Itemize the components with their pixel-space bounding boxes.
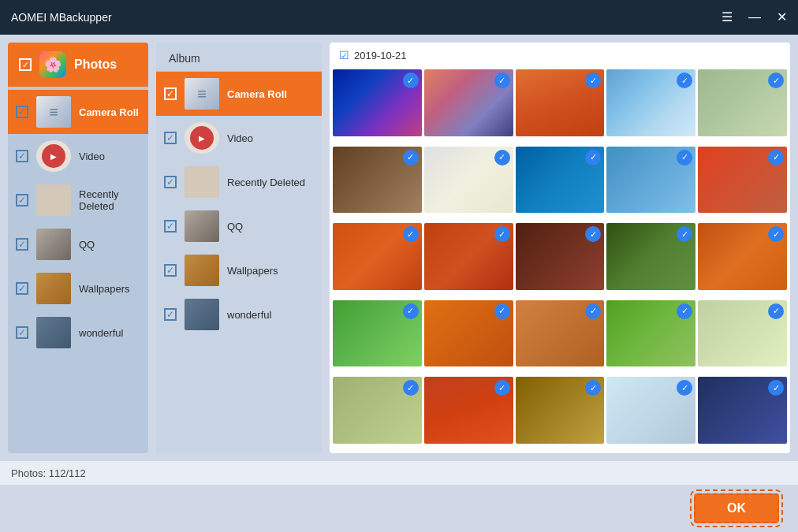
photo-check-9[interactable]: ✓: [677, 150, 692, 166]
photo-cell-16[interactable]: ✓: [333, 300, 422, 367]
photo-cell-6[interactable]: ✓: [333, 147, 422, 214]
photo-check-18[interactable]: ✓: [585, 303, 601, 319]
photo-check-20[interactable]: ✓: [768, 303, 784, 319]
app-title: AOMEI MBackupper: [11, 11, 722, 24]
qq-thumb: [36, 229, 71, 260]
photo-cell-8[interactable]: ✓: [516, 147, 605, 214]
camera-roll-label: Camera Roll: [79, 106, 139, 118]
sidebar-header: ✓ 🌸 Photos: [8, 43, 148, 87]
wonderful-checkbox[interactable]: ✓: [16, 326, 28, 339]
album-item-video[interactable]: ✓ ▶ Video: [156, 116, 322, 160]
photo-check-4[interactable]: ✓: [677, 73, 692, 88]
photo-check-13[interactable]: ✓: [585, 226, 601, 242]
photo-check-7[interactable]: ✓: [494, 150, 510, 166]
album-item-wonderful[interactable]: ✓ wonderful: [156, 292, 322, 337]
photo-cell-19[interactable]: ✓: [606, 300, 695, 367]
photo-check-14[interactable]: ✓: [677, 226, 692, 242]
minimize-icon[interactable]: —: [748, 11, 761, 24]
album-item-wallpapers[interactable]: ✓ Wallpapers: [156, 248, 322, 292]
album-wallpapers-checkbox[interactable]: ✓: [164, 264, 177, 277]
album-video-checkbox[interactable]: ✓: [164, 132, 177, 144]
photo-check-1[interactable]: ✓: [403, 73, 419, 88]
close-icon[interactable]: ✕: [777, 11, 787, 24]
photo-cell-11[interactable]: ✓: [333, 223, 422, 290]
album-item-camera-roll[interactable]: ✓ Camera Roll: [156, 72, 322, 116]
photo-check-8[interactable]: ✓: [585, 150, 601, 166]
sidebar-item-video[interactable]: ✓ ▶ Video: [8, 134, 148, 178]
photo-check-2[interactable]: ✓: [494, 73, 510, 88]
menu-icon[interactable]: ☰: [722, 11, 733, 24]
photo-cell-18[interactable]: ✓: [516, 300, 605, 367]
ok-button[interactable]: OK: [694, 493, 779, 523]
photo-cell-12[interactable]: ✓: [424, 223, 513, 290]
photo-cell-21[interactable]: ✓: [333, 377, 422, 444]
photo-check-6[interactable]: ✓: [403, 150, 419, 166]
album-recently-deleted-checkbox[interactable]: ✓: [164, 176, 177, 188]
sidebar-item-recently-deleted[interactable]: ✓ Recently Deleted: [8, 178, 148, 222]
photo-check-12[interactable]: ✓: [494, 226, 510, 242]
album-wallpapers-label: Wallpapers: [227, 265, 278, 277]
photo-check-10[interactable]: ✓: [768, 150, 784, 166]
photo-check-15[interactable]: ✓: [768, 226, 784, 242]
sidebar-header-label: Photos: [74, 58, 117, 72]
album-camera-roll-thumb: [185, 78, 219, 110]
photo-check-11[interactable]: ✓: [403, 226, 419, 242]
album-qq-checkbox[interactable]: ✓: [164, 220, 177, 233]
window-controls: ☰ — ✕: [722, 11, 787, 24]
date-checkbox[interactable]: ☑: [339, 49, 349, 61]
video-checkbox[interactable]: ✓: [16, 150, 28, 162]
album-camera-roll-checkbox[interactable]: ✓: [164, 87, 177, 100]
wonderful-label: wonderful: [79, 327, 123, 339]
sidebar-item-wonderful[interactable]: ✓ wonderful: [8, 311, 148, 355]
album-wonderful-label: wonderful: [227, 309, 271, 321]
wonderful-thumb: [36, 317, 71, 348]
photo-check-19[interactable]: ✓: [677, 303, 692, 319]
photo-check-24[interactable]: ✓: [677, 380, 692, 396]
photo-cell-14[interactable]: ✓: [606, 223, 695, 290]
photo-cell-13[interactable]: ✓: [516, 223, 605, 290]
date-label: 2019-10-21: [354, 50, 407, 61]
photo-cell-3[interactable]: ✓: [516, 69, 605, 136]
photo-check-5[interactable]: ✓: [768, 73, 784, 88]
photo-cell-4[interactable]: ✓: [606, 69, 695, 136]
camera-roll-thumb: [36, 96, 71, 128]
photo-grid: ✓ ✓ ✓ ✓ ✓ ✓ ✓ ✓: [330, 68, 790, 453]
sidebar: ✓ 🌸 Photos ✓ Camera Roll ✓ ▶: [8, 43, 148, 453]
photo-cell-20[interactable]: ✓: [698, 300, 787, 367]
photo-check-23[interactable]: ✓: [585, 380, 601, 396]
photo-check-21[interactable]: ✓: [403, 380, 419, 396]
album-item-qq[interactable]: ✓ QQ: [156, 204, 322, 248]
photo-cell-7[interactable]: ✓: [424, 147, 513, 214]
qq-label: QQ: [79, 239, 95, 251]
photos-checkbox[interactable]: ✓: [19, 58, 32, 71]
qq-checkbox[interactable]: ✓: [16, 238, 28, 251]
album-video-label: Video: [227, 132, 253, 144]
album-wonderful-checkbox[interactable]: ✓: [164, 308, 177, 321]
photo-cell-2[interactable]: ✓: [424, 69, 513, 136]
photo-check-16[interactable]: ✓: [403, 303, 419, 319]
photo-cell-24[interactable]: ✓: [606, 377, 695, 444]
photo-check-17[interactable]: ✓: [494, 303, 510, 319]
photo-check-22[interactable]: ✓: [494, 380, 510, 396]
photo-cell-17[interactable]: ✓: [424, 300, 513, 367]
photo-cell-5[interactable]: ✓: [698, 69, 787, 136]
camera-roll-checkbox[interactable]: ✓: [16, 106, 28, 118]
album-item-recently-deleted[interactable]: ✓ Recently Deleted: [156, 160, 322, 204]
recently-deleted-checkbox[interactable]: ✓: [16, 194, 28, 206]
photo-cell-15[interactable]: ✓: [698, 223, 787, 290]
sidebar-item-camera-roll[interactable]: ✓ Camera Roll: [8, 90, 148, 134]
album-panel: Album ✓ Camera Roll ✓ ▶ Video ✓ Rec: [156, 43, 322, 453]
wallpapers-checkbox[interactable]: ✓: [16, 282, 28, 295]
photo-cell-10[interactable]: ✓: [698, 147, 787, 214]
video-label: Video: [79, 151, 105, 162]
photo-cell-9[interactable]: ✓: [606, 147, 695, 214]
photo-cell-25[interactable]: ✓: [698, 377, 787, 444]
photo-check-3[interactable]: ✓: [585, 73, 601, 88]
photo-cell-22[interactable]: ✓: [424, 377, 513, 444]
sidebar-item-wallpapers[interactable]: ✓ Wallpapers: [8, 266, 148, 311]
photo-check-25[interactable]: ✓: [768, 380, 784, 396]
photo-cell-1[interactable]: ✓: [333, 69, 422, 136]
ok-area: OK: [0, 485, 798, 532]
sidebar-item-qq[interactable]: ✓ QQ: [8, 222, 148, 266]
photo-cell-23[interactable]: ✓: [516, 377, 605, 444]
